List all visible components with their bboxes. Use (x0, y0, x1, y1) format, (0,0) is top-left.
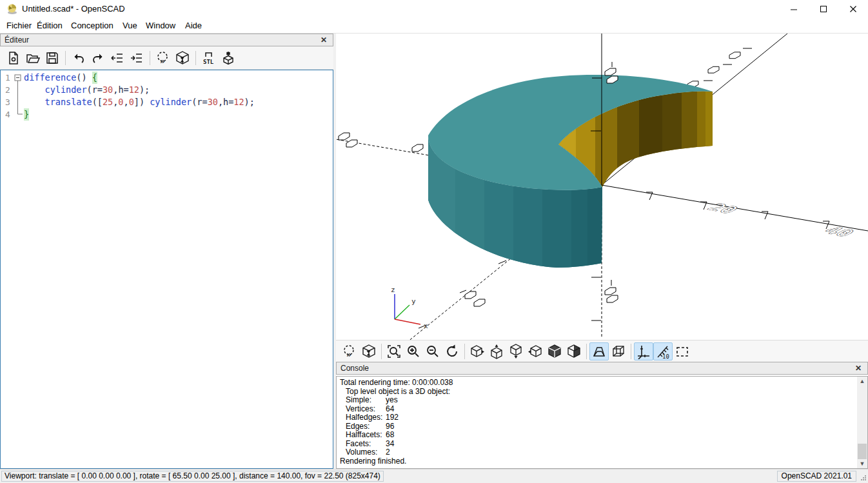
show-scale-markers-button[interactable]: 10 (653, 342, 673, 360)
save-button[interactable] (43, 49, 62, 67)
toolbar-separator (195, 51, 196, 65)
zoom-out-button[interactable] (423, 342, 442, 360)
gizmo-y-label: y (411, 297, 416, 306)
scroll-up-icon[interactable]: ▲ (857, 377, 867, 386)
svg-text:STL: STL (203, 59, 214, 65)
zoom-in-button[interactable] (404, 342, 423, 360)
view-back-icon (566, 344, 582, 359)
menu-item-vue[interactable]: Vue (123, 21, 137, 30)
view-back-button[interactable] (564, 342, 584, 360)
menu-item-aide[interactable]: Aide (185, 21, 202, 30)
close-window-button[interactable] (843, 3, 863, 15)
code-token: ( (87, 84, 92, 96)
view-front-button[interactable] (545, 342, 564, 360)
view-bottom-icon (508, 344, 524, 359)
menu-item-window[interactable]: Window (146, 21, 175, 30)
code-line[interactable]: 1difference() { (1, 72, 333, 84)
editor-panel-title: Éditeur (5, 35, 29, 44)
gizmo-z-label: z (391, 286, 395, 294)
gizmo-x-label: x (424, 322, 428, 330)
console-line: Volumes:2 (340, 448, 867, 457)
console-scrollbar[interactable]: ▲ ▼ (857, 377, 867, 468)
undo-button[interactable] (69, 49, 88, 67)
view-top-icon (489, 344, 504, 359)
console-output[interactable]: Total rendering time: 0:00:00.038Top lev… (336, 376, 868, 469)
fold-marker[interactable] (14, 72, 26, 122)
console-stat-value: 2 (386, 448, 390, 457)
console-line: Rendering finished. (340, 457, 867, 466)
editor-close-icon[interactable]: ✕ (319, 35, 329, 44)
console-panel: Console ✕ Total rendering time: 0:00:00.… (336, 362, 868, 469)
redo-button[interactable] (88, 49, 108, 67)
perspective-view-button[interactable] (589, 342, 609, 360)
code-line[interactable]: 3 translate([25,0,0]) cylinder(r=30,h=12… (1, 96, 333, 108)
console-line: Total rendering time: 0:00:00.038 (340, 379, 867, 388)
code-line[interactable]: 2 cylinder(r=30,h=12); (1, 84, 333, 96)
editor-panel-header[interactable]: Éditeur ✕ (0, 34, 333, 46)
console-stat-label: Edges: (346, 422, 386, 431)
preview-button[interactable]: » (340, 342, 359, 360)
version-text: OpenSCAD 2021.01 (777, 471, 856, 482)
send-to-printer-button[interactable] (219, 49, 238, 67)
menu-bar: FichierÉditionConceptionVueWindowAide (0, 18, 868, 34)
zoom-fit-button[interactable] (384, 342, 404, 360)
reset-view-button[interactable] (442, 342, 462, 360)
view-all-button[interactable] (673, 342, 692, 360)
scrollbar-thumb[interactable] (858, 444, 867, 459)
gizmo-y-axis (395, 305, 409, 319)
preview-icon: » (342, 344, 357, 359)
code-token: h (118, 84, 123, 96)
console-panel-title: Console (340, 364, 369, 373)
redo-icon (91, 51, 105, 65)
view-top-button[interactable] (487, 342, 506, 360)
view-bottom-button[interactable] (506, 342, 526, 360)
toolbar-separator (150, 51, 150, 65)
unindent-button[interactable] (108, 49, 127, 67)
menu-item-édition[interactable]: Édition (37, 21, 63, 30)
console-line: Vertices:64 (340, 405, 867, 414)
console-text: Top level object is a 3D object: (346, 388, 450, 397)
export-stl-button[interactable]: STL (199, 49, 219, 67)
show-scale-icon: 10 (655, 344, 671, 359)
indent-icon (130, 51, 144, 65)
z-axis-label-flattened (605, 62, 618, 83)
console-close-icon[interactable]: ✕ (853, 364, 863, 373)
code-editor[interactable]: 1difference() {2 cylinder(r=30,h=12);3 t… (0, 70, 333, 469)
scroll-down-icon[interactable]: ▼ (857, 459, 867, 468)
line-number: 2 (1, 84, 11, 96)
open-file-button[interactable] (23, 49, 43, 67)
view-left-button[interactable] (526, 342, 545, 360)
code-line[interactable]: 4} (1, 108, 333, 121)
render-button[interactable] (359, 342, 379, 360)
view-right-button[interactable] (468, 342, 487, 360)
code-token (24, 96, 45, 108)
orthogonal-view-button[interactable] (609, 342, 628, 360)
code-token: 12 (233, 96, 244, 108)
orthogonal-icon (611, 344, 626, 359)
console-stat-value: 68 (386, 431, 394, 440)
resize-grip-icon[interactable] (860, 475, 867, 481)
code-token: = (97, 84, 103, 96)
indent-button[interactable] (127, 49, 146, 67)
line-number: 1 (1, 72, 11, 84)
menu-item-conception[interactable]: Conception (71, 21, 113, 30)
new-file-button[interactable] (4, 49, 23, 67)
code-token: cylinder (45, 84, 87, 96)
menu-item-fichier[interactable]: Fichier (6, 21, 32, 30)
minimize-button[interactable] (784, 3, 804, 15)
code-token: 0 (118, 96, 123, 108)
render-button[interactable] (173, 49, 192, 67)
maximize-button[interactable] (814, 3, 833, 15)
3d-viewport[interactable]: 20 40 z y x (336, 34, 868, 340)
code-token: ; (144, 84, 150, 96)
show-axes-button[interactable] (634, 342, 653, 360)
maximize-icon (820, 5, 827, 13)
console-lines: Total rendering time: 0:00:00.038Top lev… (340, 379, 867, 466)
code-token: , (218, 96, 223, 108)
code-token: cylinder (150, 96, 192, 108)
code-token: ) (139, 84, 144, 96)
preview-button[interactable]: » (153, 49, 173, 67)
console-panel-header[interactable]: Console ✕ (336, 362, 868, 375)
console-stat-value: 64 (386, 405, 394, 414)
editor-panel: Éditeur ✕ (0, 34, 333, 469)
